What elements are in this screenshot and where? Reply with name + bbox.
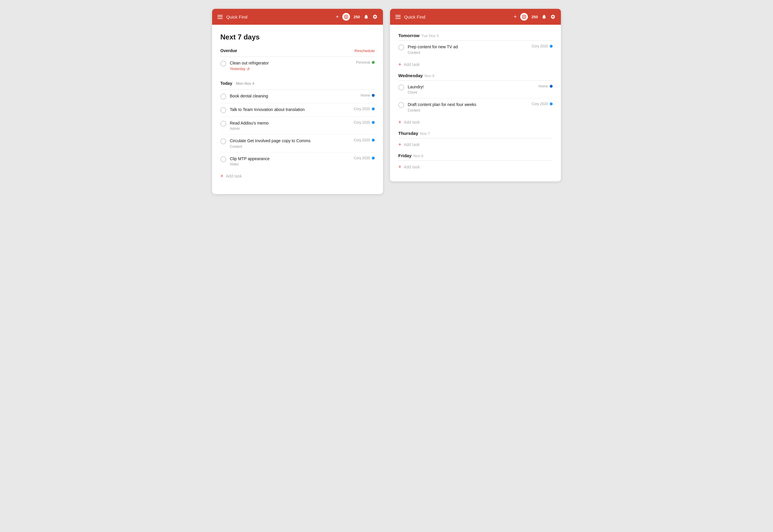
- task-checkbox[interactable]: [398, 44, 404, 50]
- task-item: Read Addisu's memo Admin Cory 2020: [220, 117, 375, 135]
- task-item: Book dental cleaning Home: [220, 90, 375, 103]
- task-content: Clip MTP appearance Video: [230, 156, 350, 167]
- task-meta: Cory 2020: [354, 156, 375, 160]
- thursday-header: Thursday Nov 7: [398, 131, 553, 138]
- add-task-icon: +: [398, 62, 402, 67]
- today-add-task-row[interactable]: + Add task: [220, 170, 375, 182]
- task-item: Laundry! Chore Home: [398, 81, 553, 99]
- wednesday-add-task-row[interactable]: + Add task: [398, 116, 553, 128]
- add-task-label: Add task: [404, 120, 420, 125]
- task-project: Cory 2020: [354, 156, 370, 160]
- right-panel-body: Tomorrow Tue Nov 5 Prep content for new …: [390, 25, 561, 181]
- wednesday-date: Nov 6: [425, 74, 435, 78]
- thursday-section: Thursday Nov 7 + Add task: [398, 131, 553, 151]
- task-subtitle: Content: [408, 108, 528, 112]
- thursday-date: Nov 7: [420, 131, 430, 136]
- project-dot: [372, 107, 375, 110]
- task-checkbox[interactable]: [220, 61, 226, 67]
- task-project: Cory 2020: [354, 138, 370, 142]
- wednesday-section: Wednesday Nov 6 Laundry! Chore Home: [398, 73, 553, 128]
- plus-icon[interactable]: +: [336, 14, 339, 20]
- task-content: Prep content for new TV ad Content: [408, 44, 528, 55]
- bell-icon[interactable]: [363, 14, 369, 19]
- task-title: Talk to Team Innovation about translatio…: [230, 107, 350, 113]
- reschedule-button[interactable]: Reschedule: [354, 49, 375, 53]
- plus-icon[interactable]: +: [514, 14, 517, 20]
- task-title: Circulate Get Involved page copy to Comm…: [230, 138, 350, 144]
- right-topbar-title[interactable]: Quick Find: [404, 14, 510, 19]
- task-checkbox[interactable]: [220, 156, 226, 162]
- tomorrow-header: Tomorrow Tue Nov 5: [398, 33, 553, 41]
- task-content: Laundry! Chore: [408, 84, 535, 95]
- left-topbar: Quick Find + 250: [212, 9, 383, 25]
- project-dot: [550, 85, 553, 88]
- logo-icon: [520, 13, 528, 21]
- task-checkbox[interactable]: [220, 107, 226, 113]
- today-date: Mon Nov 4: [236, 81, 254, 86]
- gear-icon[interactable]: [550, 14, 556, 19]
- overdue-date-text: Yesterday: [230, 67, 245, 71]
- overdue-section: Overdue Reschedule Clean out refrigerato…: [220, 48, 375, 75]
- task-checkbox[interactable]: [220, 121, 226, 127]
- bell-icon[interactable]: [542, 14, 547, 19]
- task-item: Prep content for new TV ad Content Cory …: [398, 41, 553, 58]
- task-title: Book dental cleaning: [230, 93, 357, 99]
- task-title: Read Addisu's memo: [230, 120, 350, 126]
- overdue-header: Overdue Reschedule: [220, 48, 375, 53]
- task-checkbox[interactable]: [398, 102, 404, 108]
- thursday-label: Thursday: [398, 131, 418, 136]
- project-dot: [372, 139, 375, 142]
- friday-add-task-row[interactable]: + Add task: [398, 161, 553, 173]
- wednesday-header: Wednesday Nov 6: [398, 73, 553, 81]
- task-meta: Cory 2020: [354, 138, 375, 142]
- left-topbar-title[interactable]: Quick Find: [226, 14, 332, 19]
- task-project: Cory 2020: [354, 107, 370, 111]
- tomorrow-add-task-row[interactable]: + Add task: [398, 58, 553, 71]
- task-title: Clean out refrigerator: [230, 60, 352, 66]
- right-topbar: Quick Find + 250: [390, 9, 561, 25]
- task-project: Cory 2020: [354, 120, 370, 125]
- right-score: 250: [532, 15, 538, 19]
- task-content: Circulate Get Involved page copy to Comm…: [230, 138, 350, 149]
- task-project: Cory 2020: [532, 44, 548, 48]
- project-dot: [372, 157, 375, 160]
- tomorrow-section: Tomorrow Tue Nov 5 Prep content for new …: [398, 33, 553, 71]
- task-title: Laundry!: [408, 84, 535, 90]
- wednesday-task-list: Laundry! Chore Home Draft content plan f…: [398, 81, 553, 116]
- task-content: Read Addisu's memo Admin: [230, 120, 350, 131]
- left-panel: Quick Find + 250 Next 7 days Overdue Res…: [212, 9, 383, 194]
- gear-icon[interactable]: [372, 14, 377, 19]
- add-task-icon: +: [220, 173, 223, 179]
- add-task-label: Add task: [404, 62, 420, 67]
- add-task-label: Add task: [226, 174, 242, 178]
- tomorrow-date: Tue Nov 5: [421, 34, 439, 38]
- task-title: Clip MTP appearance: [230, 156, 350, 162]
- thursday-add-task-row[interactable]: + Add task: [398, 138, 553, 151]
- add-task-label: Add task: [404, 142, 420, 147]
- repeat-icon: ↺: [246, 67, 250, 71]
- tomorrow-label: Tomorrow: [398, 33, 420, 38]
- logo-icon: [342, 13, 350, 21]
- task-title: Prep content for new TV ad: [408, 44, 528, 50]
- task-checkbox[interactable]: [220, 138, 226, 144]
- tomorrow-task-list: Prep content for new TV ad Content Cory …: [398, 41, 553, 58]
- add-task-icon: +: [398, 142, 402, 147]
- task-item: Draft content plan for next four weeks C…: [398, 98, 553, 116]
- add-task-icon: +: [398, 164, 402, 170]
- project-dot: [550, 45, 553, 48]
- task-content: Draft content plan for next four weeks C…: [408, 102, 528, 112]
- task-meta: Personal: [356, 60, 375, 64]
- task-subtitle: Chore: [408, 90, 535, 95]
- task-checkbox[interactable]: [398, 84, 404, 90]
- hamburger-menu-icon[interactable]: [396, 15, 401, 19]
- task-checkbox[interactable]: [220, 94, 226, 100]
- task-meta: Cory 2020: [532, 102, 553, 106]
- task-content: Clean out refrigerator Yesterday ↺: [230, 60, 352, 71]
- overdue-date: Yesterday ↺: [230, 67, 352, 71]
- task-item: Talk to Team Innovation about translatio…: [220, 103, 375, 117]
- task-item: Clean out refrigerator Yesterday ↺ Perso…: [220, 57, 375, 75]
- hamburger-menu-icon[interactable]: [217, 15, 223, 19]
- task-meta: Cory 2020: [532, 44, 553, 48]
- task-project: Home: [360, 93, 370, 97]
- task-project: Home: [539, 84, 548, 88]
